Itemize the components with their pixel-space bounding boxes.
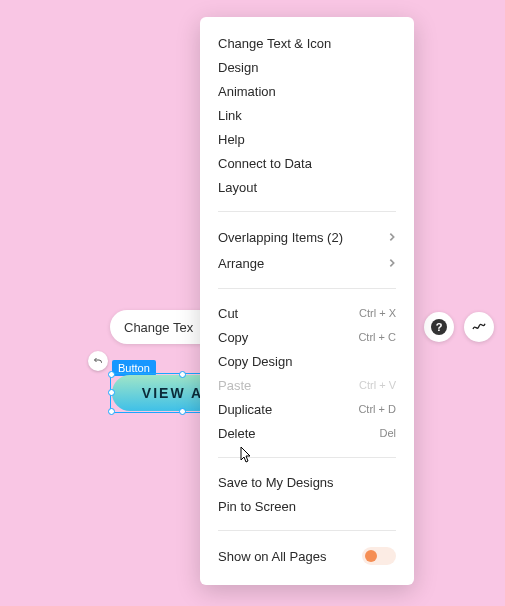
menu-delete[interactable]: Delete Del <box>200 421 414 445</box>
menu-save-to-my-designs[interactable]: Save to My Designs <box>200 470 414 494</box>
help-button[interactable]: ? <box>424 312 454 342</box>
menu-link[interactable]: Link <box>200 103 414 127</box>
resize-handle[interactable] <box>108 371 115 378</box>
menu-show-on-all-pages[interactable]: Show on All Pages <box>200 543 414 569</box>
menu-arrange[interactable]: Arrange <box>200 250 414 276</box>
undo-badge[interactable] <box>88 351 108 371</box>
menu-separator <box>218 211 396 212</box>
menu-separator <box>218 530 396 531</box>
menu-design[interactable]: Design <box>200 55 414 79</box>
menu-pin-to-screen[interactable]: Pin to Screen <box>200 494 414 518</box>
menu-paste: Paste Ctrl + V <box>200 373 414 397</box>
menu-copy-design[interactable]: Copy Design <box>200 349 414 373</box>
resize-handle[interactable] <box>179 408 186 415</box>
toolbar-change-text-label[interactable]: Change Tex <box>124 320 193 335</box>
undo-icon <box>92 355 104 367</box>
context-menu: Change Text & Icon Design Animation Link… <box>200 17 414 585</box>
resize-handle[interactable] <box>108 389 115 396</box>
element-type-tag: Button <box>112 360 156 376</box>
menu-separator <box>218 457 396 458</box>
menu-animation[interactable]: Animation <box>200 79 414 103</box>
menu-change-text-and-icon[interactable]: Change Text & Icon <box>200 31 414 55</box>
menu-cut[interactable]: Cut Ctrl + X <box>200 301 414 325</box>
show-on-all-pages-toggle[interactable] <box>362 547 396 565</box>
menu-help[interactable]: Help <box>200 127 414 151</box>
menu-layout[interactable]: Layout <box>200 175 414 199</box>
question-icon: ? <box>431 319 447 335</box>
menu-copy[interactable]: Copy Ctrl + C <box>200 325 414 349</box>
chevron-right-icon <box>388 230 396 245</box>
menu-overlapping-items[interactable]: Overlapping Items (2) <box>200 224 414 250</box>
chevron-right-icon <box>388 256 396 271</box>
animation-button[interactable] <box>464 312 494 342</box>
resize-handle[interactable] <box>179 371 186 378</box>
menu-duplicate[interactable]: Duplicate Ctrl + D <box>200 397 414 421</box>
menu-connect-to-data[interactable]: Connect to Data <box>200 151 414 175</box>
resize-handle[interactable] <box>108 408 115 415</box>
menu-separator <box>218 288 396 289</box>
zigzag-icon <box>471 319 487 335</box>
